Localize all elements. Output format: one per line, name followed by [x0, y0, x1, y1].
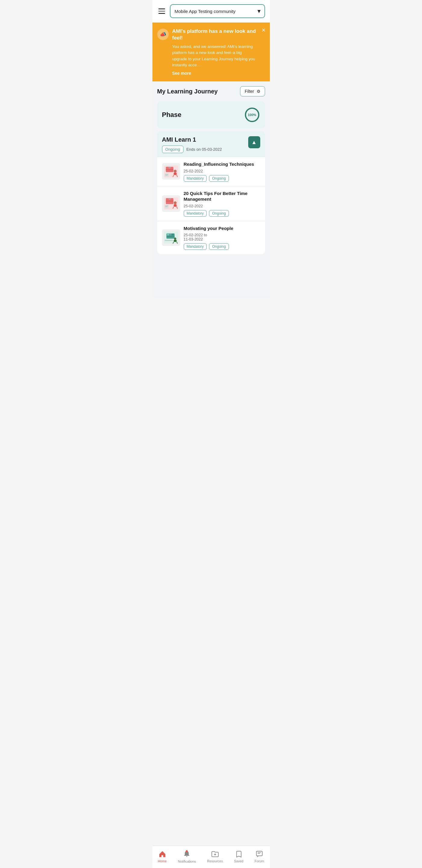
course-date-range: 25-02-2022 to11-03-2022: [184, 233, 260, 241]
course-illustration-2: [162, 195, 180, 211]
learning-journey-header: My Learning Journey Filter ⚙: [157, 86, 265, 96]
phase-card: Phase 100%: [157, 101, 265, 128]
phase-title: Phase: [162, 111, 182, 119]
mandatory-badge: Mandatory: [184, 175, 207, 182]
svg-rect-35: [173, 240, 176, 242]
course-illustration-3: [162, 230, 180, 245]
svg-rect-33: [171, 234, 173, 236]
course-title: Reading_Influencing Techniques: [184, 161, 260, 167]
course-item[interactable]: Reading_Influencing Techniques 25-02-202…: [157, 157, 265, 186]
course-info: Motivating your People 25-02-2022 to11-0…: [184, 225, 260, 250]
svg-point-5: [169, 167, 170, 168]
course-badges: Mandatory Ongoing: [184, 175, 260, 182]
svg-point-17: [169, 198, 170, 199]
collapse-button[interactable]: ▲: [248, 136, 260, 148]
community-name: Mobile App Testing community: [175, 9, 235, 14]
filter-button[interactable]: Filter ⚙: [240, 86, 265, 96]
hamburger-menu-button[interactable]: [157, 7, 166, 15]
svg-rect-31: [167, 234, 169, 236]
course-title: Motivating your People: [184, 225, 260, 231]
svg-rect-38: [164, 240, 172, 241]
course-item[interactable]: Motivating your People 25-02-2022 to11-0…: [157, 221, 265, 254]
banner-see-more-button[interactable]: See more: [172, 71, 191, 76]
course-thumbnail: [162, 195, 180, 212]
header: Mobile App Testing community ▾: [153, 0, 270, 23]
banner-text-block: AMI's platform has a new look and feel! …: [172, 28, 265, 76]
course-date: 25-02-2022: [184, 204, 260, 208]
ongoing-badge: Ongoing: [209, 175, 229, 182]
progress-label: 100%: [248, 113, 256, 117]
module-end-date: Ends on 05-03-2022: [187, 147, 222, 152]
megaphone-icon: 📣: [160, 31, 166, 38]
svg-rect-7: [164, 173, 169, 177]
svg-point-10: [173, 170, 176, 173]
svg-rect-23: [173, 204, 176, 207]
mandatory-badge: Mandatory: [184, 243, 207, 250]
chevron-up-icon: ▲: [252, 139, 257, 146]
svg-point-34: [174, 238, 176, 240]
chevron-down-icon: ▾: [258, 8, 260, 14]
main-content: My Learning Journey Filter ⚙ Phase 100% …: [153, 82, 270, 298]
banner-close-button[interactable]: ×: [262, 27, 266, 33]
learn-card-info: AMI Learn 1 Ongoing Ends on 05-03-2022: [162, 136, 222, 153]
course-date: 25-02-2022: [184, 169, 260, 173]
progress-circle: 100%: [244, 107, 260, 123]
banner-description: You asked, and we answered! AMI's learni…: [172, 44, 258, 68]
learning-journey-title: My Learning Journey: [157, 88, 218, 95]
banner-icon: 📣: [157, 29, 169, 40]
learn-card-meta: Ongoing Ends on 05-03-2022: [162, 146, 222, 153]
svg-rect-32: [169, 234, 171, 236]
course-badges: Mandatory Ongoing: [184, 210, 260, 217]
svg-point-22: [173, 201, 176, 204]
learn-module-title: AMI Learn 1: [162, 136, 222, 143]
course-thumbnail: [162, 163, 180, 180]
svg-rect-11: [173, 173, 176, 175]
course-item[interactable]: 20 Quick Tips For Better Time Management…: [157, 186, 265, 221]
course-badges: Mandatory Ongoing: [184, 243, 260, 250]
learn-module-card: AMI Learn 1 Ongoing Ends on 05-03-2022 ▲: [157, 131, 265, 254]
mandatory-badge: Mandatory: [184, 210, 207, 217]
learn-card-header: AMI Learn 1 Ongoing Ends on 05-03-2022 ▲: [157, 131, 265, 157]
course-illustration-1: [162, 164, 180, 179]
course-title: 20 Quick Tips For Better Time Management: [184, 190, 260, 202]
filter-label: Filter: [245, 89, 254, 94]
announcement-banner: × 📣 AMI's platform has a new look and fe…: [153, 23, 270, 82]
banner-content: 📣 AMI's platform has a new look and feel…: [157, 28, 265, 76]
filter-icon: ⚙: [257, 89, 261, 94]
ongoing-badge: Ongoing: [209, 210, 229, 217]
community-selector[interactable]: Mobile App Testing community ▾: [170, 4, 265, 18]
course-info: 20 Quick Tips For Better Time Management…: [184, 190, 260, 217]
banner-title: AMI's platform has a new look and feel!: [172, 28, 258, 41]
course-info: Reading_Influencing Techniques 25-02-202…: [184, 161, 260, 182]
course-thumbnail: [162, 229, 180, 246]
ongoing-badge: Ongoing: [209, 243, 229, 250]
module-status-badge: Ongoing: [162, 146, 184, 153]
